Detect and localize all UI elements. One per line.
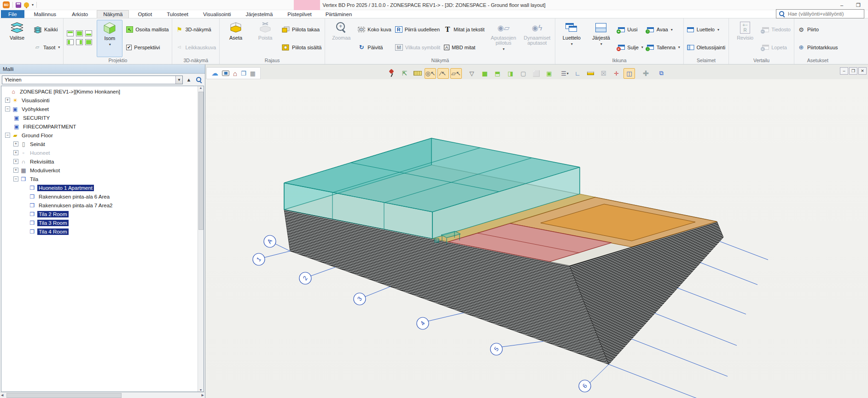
- expand-icon[interactable]: +: [13, 150, 18, 155]
- perspektiivi-checkbox[interactable]: ✔ Perspektiivi: [126, 43, 169, 52]
- piirtotarkkuus-button[interactable]: ⊕ Piirtotarkkuus: [798, 43, 838, 52]
- tree-label[interactable]: ZONESPACE [REV1->][Kimmo Honkanen]: [18, 88, 122, 95]
- osoita-mallista-button[interactable]: ↖ Osoita mallista: [126, 25, 169, 34]
- 3d-viewport[interactable]: ☁ ⌂ ❐ ▦ ⇱ ◎↖ ∕↖ ▱↖ ▽ ◼ ⬒ ◨ ▢ ⬜ ▣ ☰▾: [205, 64, 868, 398]
- child-restore-button[interactable]: ❐: [849, 67, 857, 75]
- tree-label[interactable]: Ground Floor: [20, 132, 54, 139]
- grid-bubble-1[interactable]: 1: [253, 253, 265, 265]
- tree-row-rekvisiitta[interactable]: +∩ Rekvisiitta: [1, 157, 204, 166]
- kaikki-button[interactable]: Kaikki: [34, 25, 60, 34]
- search-input[interactable]: [788, 11, 861, 17]
- tree-horizontal-scrollbar[interactable]: ◀ ▶: [0, 392, 205, 398]
- tree-row-huoneet[interactable]: +▫ Huoneet: [1, 148, 204, 157]
- yellow-box-icon[interactable]: [585, 68, 596, 79]
- collapse-icon[interactable]: −: [13, 176, 18, 181]
- projection-back-icon[interactable]: [85, 30, 92, 36]
- cube-pale-icon[interactable]: ⬜: [530, 68, 542, 79]
- filter-icon[interactable]: ▽: [466, 68, 478, 79]
- restore-button[interactable]: ❐: [855, 2, 862, 8]
- child-close-button[interactable]: ✕: [858, 67, 867, 75]
- tree-label[interactable]: Vyöhykkeet: [20, 106, 50, 112]
- tree-row-tila-3[interactable]: ❒ Tila 3 Room: [1, 218, 204, 227]
- bell-icon[interactable]: [24, 2, 29, 7]
- piilota-takaa-button[interactable]: Piilota takaa: [282, 25, 321, 34]
- ruler-icon[interactable]: [412, 68, 423, 79]
- expand-icon[interactable]: +: [13, 168, 18, 173]
- tab-nakyma[interactable]: Näkymä: [97, 10, 129, 18]
- projection-front-icon[interactable]: [76, 30, 83, 36]
- avaa-button[interactable]: ↑ Avaa▾: [647, 25, 680, 34]
- tree-row-tila-4[interactable]: ❒ Tila 4 Room: [1, 227, 204, 236]
- cube-wire-icon[interactable]: ▢: [518, 68, 529, 79]
- grid-bubble-5[interactable]: 5: [490, 343, 502, 355]
- tree-search-button[interactable]: [195, 76, 203, 84]
- piilota-sisalta-button[interactable]: Piilota sisältä: [282, 43, 321, 52]
- child-minimize-button[interactable]: –: [840, 67, 848, 75]
- planes-icon[interactable]: ◫: [623, 68, 635, 79]
- oletussijainti-button[interactable]: Oletussijainti: [687, 43, 725, 52]
- tree-row-vyohykkeet[interactable]: −▣ Vyöhykkeet: [1, 105, 204, 113]
- paivita-button[interactable]: ↻ Päivitä: [358, 43, 391, 52]
- house-icon[interactable]: ⌂: [233, 70, 237, 77]
- tree-label[interactable]: Tila 4 Room: [37, 228, 69, 235]
- scroll-right-icon[interactable]: ▶: [202, 393, 204, 397]
- jarjesta-button[interactable]: Järjestä▾: [588, 20, 614, 57]
- tree-vertical-scrollbar[interactable]: ▲ ▼: [198, 86, 204, 392]
- piirto-button[interactable]: ⚙ Piirto: [798, 25, 838, 34]
- valitse-button[interactable]: Valitse: [4, 20, 30, 57]
- snap-line-icon[interactable]: ∕↖: [437, 68, 449, 79]
- expand-icon[interactable]: +: [13, 159, 18, 164]
- tab-piirtaminen[interactable]: Piirtäminen: [320, 10, 358, 18]
- scrollbar-thumb[interactable]: [198, 92, 204, 230]
- tab-tulosteet[interactable]: Tulosteet: [161, 10, 194, 18]
- tree-row-security[interactable]: ▣ SECURITY: [1, 113, 204, 122]
- lopeta-button[interactable]: × Lopeta: [762, 43, 791, 52]
- tree-row-ground-floor[interactable]: −▰ Ground Floor: [1, 131, 204, 140]
- scroll-down-icon[interactable]: ▼: [199, 388, 203, 392]
- list-sheet-icon[interactable]: ☰▾: [559, 68, 571, 79]
- tree-row-root[interactable]: ⌂ ZONESPACE [REV1->][Kimmo Honkanen]: [1, 87, 204, 96]
- pushpin-icon[interactable]: [386, 68, 397, 79]
- tab-mallinnus[interactable]: Mallinnus: [28, 10, 63, 18]
- tree-label[interactable]: Tila 3 Room: [37, 220, 69, 226]
- tree-row-visualisointi[interactable]: +☀ Visualisointi: [1, 96, 204, 105]
- tree-label[interactable]: Visualisointi: [20, 97, 51, 104]
- dynaamiset-aputasot-button[interactable]: ◉ϟ Dynaamiset aputasot: [522, 20, 552, 57]
- tree-row-huoneisto-1[interactable]: ❒ Huoneisto 1 Apartment: [1, 183, 204, 192]
- uusi-button[interactable]: + Uusi: [618, 25, 643, 34]
- scroll-up-icon[interactable]: ▲: [199, 86, 203, 89]
- measure-icon[interactable]: ⇱: [399, 68, 410, 79]
- grid-bubble-4[interactable]: 4: [417, 317, 429, 329]
- tiedosto-button[interactable]: − Tiedosto: [762, 25, 791, 34]
- tree-label[interactable]: Moduliverkot: [29, 167, 61, 174]
- expand-icon[interactable]: +: [5, 98, 10, 103]
- collapse-tree-button[interactable]: ▲: [185, 76, 193, 84]
- koko-kuva-button[interactable]: Koko kuva: [358, 25, 391, 34]
- tree-label[interactable]: Rakennuksen pinta-ala 6 Area: [37, 193, 111, 200]
- tree-filter-combobox[interactable]: Yleinen ▼: [2, 76, 183, 84]
- tree-row-firecompartment[interactable]: ▣ FIRECOMPARTMENT: [1, 122, 204, 131]
- tab-file[interactable]: File: [1, 10, 24, 18]
- grid-bubble-a[interactable]: A: [264, 235, 276, 247]
- tree-row-tila-2[interactable]: ❒ Tila 2 Room: [1, 210, 204, 218]
- tallenna-button[interactable]: ↓ Tallenna▾: [647, 43, 680, 52]
- tree-label[interactable]: Seinät: [29, 141, 47, 147]
- 3d-nakyma-button[interactable]: ⚑ 3D-näkymä: [175, 25, 216, 34]
- leikkauskuva-button[interactable]: ⊲ Leikkauskuva: [175, 43, 216, 52]
- tab-optiot[interactable]: Optiot: [132, 10, 158, 18]
- piirra-uudelleen-button[interactable]: R Piirrä uudelleen: [395, 25, 440, 34]
- cube-side-icon[interactable]: ◨: [505, 68, 516, 79]
- cube-pick-icon[interactable]: ▣: [543, 68, 555, 79]
- isom-button[interactable]: Isom ▾: [97, 20, 122, 57]
- snap-plane-icon[interactable]: ▱↖: [450, 68, 462, 79]
- delete-cube-icon[interactable]: ☒: [598, 68, 609, 79]
- mbd-mitat-button[interactable]: A MBD mitat: [444, 43, 484, 52]
- app-logo-icon[interactable]: BD: [3, 1, 10, 8]
- projection-bottom-icon[interactable]: [85, 39, 92, 45]
- tab-visualisointi[interactable]: Visualisointi: [197, 10, 237, 18]
- collapse-icon[interactable]: −: [5, 106, 10, 111]
- tree-label[interactable]: SECURITY: [22, 115, 51, 121]
- tab-arkisto[interactable]: Arkisto: [66, 10, 94, 18]
- sulje-button[interactable]: × Sulje▾: [618, 43, 643, 52]
- grid-bubble-2[interactable]: 2: [299, 272, 311, 284]
